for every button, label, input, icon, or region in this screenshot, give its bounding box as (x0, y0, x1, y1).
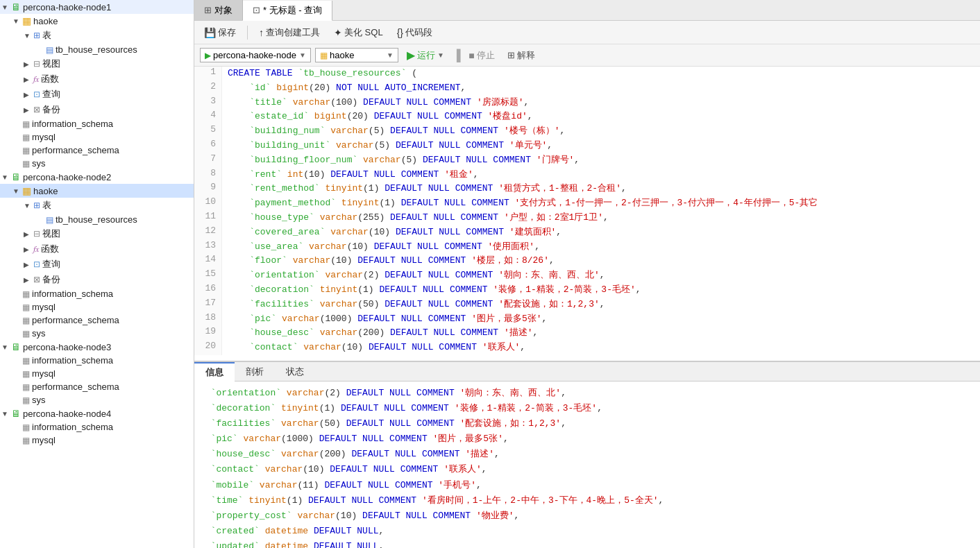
sidebar-item-haoke-n2[interactable]: ▼ ▦ haoke (0, 184, 194, 198)
code-line-9: 9 `rent_method` tinyint(1) DEFAULT NULL … (194, 182, 980, 196)
sidebar-item-mysql-n3[interactable]: ▦ mysql (0, 367, 194, 380)
sidebar-item-infoschema-n4[interactable]: ▦ information_schema (0, 420, 194, 434)
toggle-backup-n2[interactable]: ▶ (24, 276, 33, 284)
sys-icon-n3: ▦ (22, 395, 30, 405)
bottom-line-6: `contact` varchar(10) DEFAULT NULL COMME… (200, 462, 974, 477)
sidebar-item-tb-house-n1[interactable]: ▤ tb_house_resources (0, 43, 194, 56)
server2-icon: 🖥 (11, 171, 21, 182)
line-num-1: 1 (194, 67, 222, 81)
sidebar-item-func-n1[interactable]: ▶ 𝑓𝑥 函数 (0, 71, 194, 87)
sidebar-item-mysql-n4[interactable]: ▦ mysql (0, 434, 194, 447)
explain-button[interactable]: ⊞ 解释 (503, 48, 539, 63)
func-icon-n1: 𝑓𝑥 (33, 74, 39, 84)
sidebar-item-perfschema-n2[interactable]: ▦ performance_schema (0, 314, 194, 327)
sidebar-item-perfschema-n3[interactable]: ▦ performance_schema (0, 380, 194, 393)
toggle-node3[interactable]: ▼ (1, 343, 11, 351)
run-dropdown-arrow: ▼ (437, 51, 444, 59)
node4-label: percona-haoke-node4 (23, 409, 111, 419)
perfschema-n3-label: performance_schema (32, 382, 119, 392)
schema-icon-n4: ▦ (22, 422, 30, 432)
tab-bar: ⊞ 对象 ⊡ * 无标题 - 查询 (194, 0, 980, 21)
toggle-tbl-n1[interactable]: ▼ (24, 32, 33, 40)
sidebar-item-perfschema-n1[interactable]: ▦ performance_schema (0, 144, 194, 157)
db-select[interactable]: ▦ haoke ▼ (315, 48, 398, 62)
save-button[interactable]: 💾 保存 (200, 25, 240, 40)
toggle-node4[interactable]: ▼ (1, 410, 11, 418)
sidebar-item-backup-n2[interactable]: ▶ ⊠ 备份 (0, 272, 194, 287)
sidebar-item-query-n2[interactable]: ▶ ⊡ 查询 (0, 257, 194, 272)
toggle-node1[interactable]: ▼ (1, 3, 11, 11)
sidebar-item-view-n1[interactable]: ▶ ⊟ 视图 (0, 56, 194, 71)
infoschema-n4-label: information_schema (32, 422, 113, 432)
toggle-haoke-n1[interactable]: ▼ (12, 17, 22, 25)
sidebar-item-node2[interactable]: ▼ 🖥 percona-haoke-node2 (0, 170, 194, 184)
bottom-tab-profile[interactable]: 剖析 (235, 363, 275, 381)
line-content-11: `house_type` varchar(255) DEFAULT NULL C… (222, 211, 980, 225)
toggle-func-n2[interactable]: ▶ (24, 246, 33, 253)
sidebar-item-table-group-n2[interactable]: ▼ ⊞ 表 (0, 198, 194, 213)
schema-icon-n2: ▦ (22, 289, 30, 299)
toggle-tbl-n2[interactable]: ▼ (24, 202, 33, 209)
db-select-arrow: ▼ (387, 51, 394, 59)
sidebar-item-node4[interactable]: ▼ 🖥 percona-haoke-node4 (0, 406, 194, 420)
toggle-view-n2[interactable]: ▶ (24, 230, 33, 238)
tab-query[interactable]: ⊡ * 无标题 - 查询 (243, 1, 332, 21)
sidebar-item-tb-house-n2[interactable]: ▤ tb_house_resources (0, 213, 194, 226)
code-line-1: 1 CREATE TABLE `tb_house_resources` ( (194, 67, 980, 81)
perf-icon-n1: ▦ (22, 146, 30, 155)
sidebar-item-infoschema-n1[interactable]: ▦ information_schema (0, 117, 194, 130)
code-snippet-label: 代码段 (405, 26, 432, 39)
sidebar-item-func-n2[interactable]: ▶ 𝑓𝑥 函数 (0, 241, 194, 257)
beautify-button[interactable]: ✦ 美化 SQL (330, 25, 387, 40)
sys-icon-n2: ▦ (22, 329, 30, 339)
tab-objects[interactable]: ⊞ 对象 (194, 0, 243, 20)
line-content-13: `use_area` varchar(10) DEFAULT NULL COMM… (222, 240, 980, 255)
sidebar-item-sys-n2[interactable]: ▦ sys (0, 327, 194, 340)
toggle-func-n1[interactable]: ▶ (24, 76, 33, 83)
line-num-13: 13 (194, 240, 222, 255)
bottom-line-9: `property_cost` varchar(10) DEFAULT NULL… (200, 508, 974, 524)
sidebar-item-sys-n1[interactable]: ▦ sys (0, 157, 194, 170)
toggle-backup-n1[interactable]: ▶ (24, 106, 33, 114)
view-icon-n2: ⊟ (33, 229, 40, 239)
toggle-node2[interactable]: ▼ (1, 173, 11, 181)
sidebar-item-infoschema-n2[interactable]: ▦ information_schema (0, 287, 194, 300)
sidebar-item-node1[interactable]: ▼ 🖥 percona-haoke-node1 (0, 0, 194, 14)
bottom-tab-info[interactable]: 信息 (194, 362, 235, 382)
sidebar-item-table-group-n1[interactable]: ▼ ⊞ 表 (0, 28, 194, 43)
run-button[interactable]: ▶ 运行 ▼ (403, 47, 448, 63)
stop-button[interactable]: ■ 停止 (464, 48, 498, 63)
sys-n3-label: sys (32, 395, 46, 405)
query-create-label: 查询创建工具 (266, 26, 320, 39)
query-create-button[interactable]: ↑ 查询创建工具 (255, 25, 324, 40)
sidebar-item-node3[interactable]: ▼ 🖥 percona-haoke-node3 (0, 340, 194, 354)
sidebar-item-sys-n3[interactable]: ▦ sys (0, 393, 194, 406)
sidebar-item-backup-n1[interactable]: ▶ ⊠ 备份 (0, 102, 194, 117)
sidebar-item-view-n2[interactable]: ▶ ⊟ 视图 (0, 226, 194, 241)
code-editor[interactable]: 1 CREATE TABLE `tb_house_resources` ( 2 … (194, 67, 980, 361)
toggle-query-n2[interactable]: ▶ (24, 261, 33, 268)
sidebar-item-mysql-n1[interactable]: ▦ mysql (0, 130, 194, 144)
code-snippet-button[interactable]: {} 代码段 (393, 25, 437, 40)
bottom-tab-status-label: 状态 (286, 366, 304, 377)
line-num-15: 15 (194, 268, 222, 283)
main-container: ▼ 🖥 percona-haoke-node1 ▼ ▦ haoke ▼ ⊞ 表 … (0, 0, 980, 548)
bottom-tab-status[interactable]: 状态 (275, 363, 315, 381)
line-num-4: 4 (194, 110, 222, 124)
mysql-n4-label: mysql (32, 435, 56, 445)
server-select[interactable]: ▶ percona-haoke-node ▼ (200, 48, 311, 62)
line-num-2: 2 (194, 81, 222, 96)
sidebar-item-mysql-n2[interactable]: ▦ mysql (0, 300, 194, 314)
toggle-query-n1[interactable]: ▶ (24, 91, 33, 99)
sidebar-item-infoschema-n3[interactable]: ▦ information_schema (0, 354, 194, 367)
bottom-line-8: `time` tinyint(1) DEFAULT NULL COMMENT '… (200, 493, 974, 508)
server-icon: 🖥 (11, 1, 21, 12)
toggle-view-n1[interactable]: ▶ (24, 60, 33, 68)
sidebar-item-query-n1[interactable]: ▶ ⊡ 查询 (0, 87, 194, 102)
line-content-15: `orientation` varchar(2) DEFAULT NULL CO… (222, 268, 980, 283)
infoschema-n2-label: information_schema (32, 289, 113, 299)
line-num-6: 6 (194, 139, 222, 153)
toggle-haoke-n2[interactable]: ▼ (12, 187, 22, 195)
sidebar-item-haoke-n1[interactable]: ▼ ▦ haoke (0, 14, 194, 28)
line-num-16: 16 (194, 283, 222, 298)
